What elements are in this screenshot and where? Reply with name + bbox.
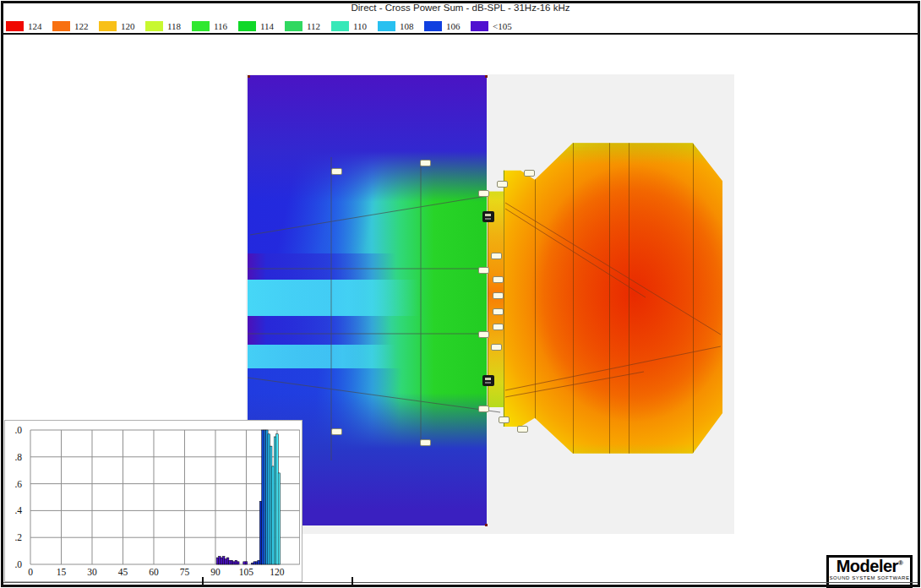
legend-label: 120 [121,21,141,31]
marker-pill [517,426,528,433]
legend-label: 124 [28,21,48,31]
legend-item: 110 [331,21,373,31]
section-line [629,125,629,483]
legend-item: 114 [238,21,281,31]
svg-text:15: 15 [57,567,67,577]
marker-pill [493,292,504,299]
marker-pill [331,168,342,175]
svg-text:.6: .6 [14,479,22,489]
marker-pill [491,344,502,351]
registered-mark: ® [898,559,902,567]
marker-pill [478,267,489,274]
legend-swatch [331,21,349,31]
svg-text:90: 90 [210,567,221,577]
spl-band-cyan-1 [248,280,487,316]
corner-marker [248,75,250,78]
svg-text:60: 60 [149,567,159,577]
legend-item: 106 [424,21,466,31]
legend-label: 108 [400,21,420,31]
svg-text:.0: .0 [14,425,22,435]
legend-swatch [471,21,488,31]
marker-pill [478,190,489,197]
marker-pill [478,331,489,338]
legend-item: 116 [192,21,234,31]
legend-swatch [145,21,163,31]
svg-text:30: 30 [87,567,97,577]
section-line [609,125,610,483]
section-line [573,125,574,483]
marker-pill [493,276,504,283]
logo-tagline: SOUND SYSTEM SOFTWARE [829,575,910,580]
legend-swatch [99,21,117,31]
svg-text:105: 105 [239,567,254,577]
marker-pill [491,253,502,259]
page-title: Direct - Cross Power Sum - dB-SPL - 31Hz… [51,3,870,17]
logo-wordmark: Modeler® [829,558,910,574]
spl-band-purple-1 [248,253,487,280]
speaker-icon[interactable] [482,211,494,222]
footer-divider [2,582,919,583]
marker-pill [331,428,342,435]
spl-histogram-panel: 0153045607590105120.0.8.6.4.2.0 [4,420,302,582]
spl-band-cyan-2 [248,345,487,368]
legend-label: 112 [307,21,327,31]
marker-pill [499,416,510,423]
legend-swatch [424,21,442,31]
modeler-plot-window: Direct - Cross Power Sum - dB-SPL - 31Hz… [0,0,921,588]
footer-column-tick [202,577,204,585]
legend-item: <105 [471,21,513,31]
section-line [693,125,694,483]
marker-pill [420,160,431,166]
marker-pill [524,170,535,177]
marker-pill [420,439,431,446]
legend-label: <105 [493,21,513,31]
legend-swatch [238,21,256,31]
svg-text:.0: .0 [14,559,22,569]
legend-label: 122 [74,21,95,31]
svg-text:.8: .8 [14,452,22,462]
marker-pill [493,308,504,315]
header-divider [2,33,919,35]
legend-label: 114 [260,21,281,31]
svg-text:120: 120 [270,567,285,577]
legend-item: 122 [52,21,95,31]
legend-label: 118 [167,21,188,31]
marker-pill [478,406,489,412]
legend-swatch [192,21,210,31]
footer-column-tick [352,577,353,585]
legend-swatch [6,21,24,31]
svg-text:45: 45 [118,567,128,577]
modeler-logo: Modeler® SOUND SYSTEM SOFTWARE [826,555,913,588]
legend-item: 118 [145,21,188,31]
svg-text:0: 0 [28,567,33,577]
spl-histogram-chart: 0153045607590105120.0.8.6.4.2.0 [5,421,300,580]
legend-bar: 124122120118116114112110108106<105 [6,19,517,32]
corner-marker [485,75,488,78]
legend-item: 112 [285,21,327,31]
legend-item: 120 [99,21,141,31]
legend-swatch [52,21,70,31]
spl-band-purple-2 [248,316,487,345]
legend-swatch [378,21,395,31]
spl-strip-purple-top [248,75,487,202]
corner-marker [485,524,488,526]
svg-text:.2: .2 [14,532,22,542]
marker-pill [493,324,504,330]
legend-label: 110 [353,21,373,31]
legend-label: 106 [446,21,466,31]
legend-item: 124 [6,21,48,31]
svg-text:.4: .4 [14,505,22,515]
legend-item: 108 [378,21,420,31]
legend-label: 116 [214,21,234,31]
marker-pill [497,181,508,188]
legend-swatch [285,21,302,31]
speaker-icon[interactable] [482,375,494,386]
svg-text:75: 75 [180,567,190,577]
